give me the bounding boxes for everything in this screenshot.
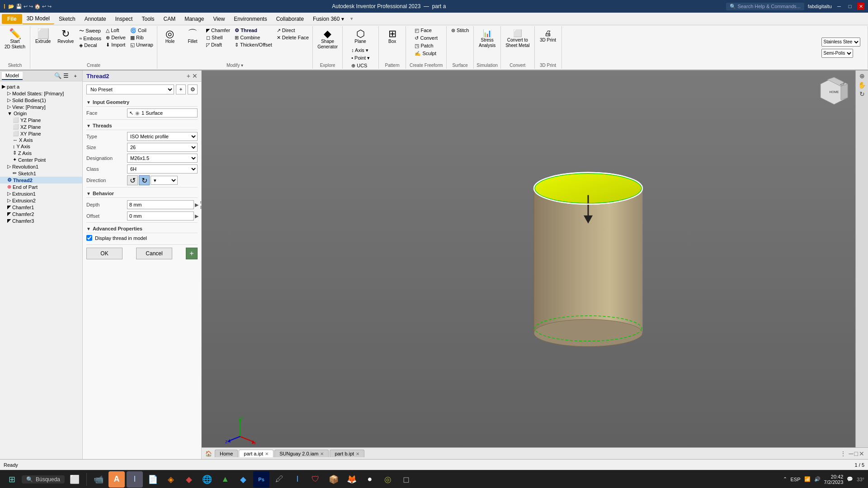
tab-home[interactable]: Home <box>215 450 238 457</box>
props-close-btn[interactable]: ✕ <box>192 72 198 80</box>
tab-part-a-close[interactable]: ✕ <box>265 451 269 456</box>
behavior-section[interactable]: ▼ Behavior <box>86 189 198 198</box>
sweep-btn[interactable]: 〜 Sweep <box>77 27 103 35</box>
direct-btn[interactable]: ↗ Direct <box>275 27 311 34</box>
taskbar-autodesk-btn[interactable]: A <box>108 471 125 488</box>
thicken-offset-btn[interactable]: ⇕ Thicken/Offset <box>233 42 274 48</box>
input-geometry-section[interactable]: ▼ Input Geometry <box>86 98 198 107</box>
taskbar-chrome-btn[interactable]: ● <box>362 471 378 488</box>
menu-extra[interactable]: ▾ <box>350 16 353 22</box>
menu-annotate[interactable]: Annotate <box>80 14 111 24</box>
box-pattern-btn[interactable]: ⊞ Box <box>382 27 403 46</box>
tree-thread2[interactable]: ⚙ Thread2 <box>0 177 82 183</box>
offset-expand-btn[interactable]: ▶ <box>195 213 198 219</box>
taskbar-antivirus-btn[interactable]: ▲ <box>217 471 233 488</box>
combine-btn[interactable]: ⊞ Combine <box>233 34 274 41</box>
orbit-icon[interactable]: ↻ <box>859 90 865 98</box>
tab-sunguay[interactable]: SUNguay 2.0.iam ✕ <box>274 450 329 457</box>
taskbar-app19-btn[interactable]: ◻ <box>398 471 414 488</box>
tab-sunguay-close[interactable]: ✕ <box>320 451 324 456</box>
tree-z-axis[interactable]: ⇕ Z Axis <box>0 150 82 156</box>
tree-chamfer3[interactable]: ◤ Chamfer3 <box>0 217 82 224</box>
tree-y-axis[interactable]: ↕ Y Axis <box>0 143 82 150</box>
taskbar-app15-btn[interactable]: 📦 <box>326 471 342 488</box>
revolve-btn[interactable]: ↻ Revolve <box>55 27 76 46</box>
tab-part-a[interactable]: part a.ipt ✕ <box>239 450 274 457</box>
tree-x-axis[interactable]: ↔ X Axis <box>0 137 82 143</box>
model-options-btn[interactable]: ☰ <box>63 72 69 79</box>
type-select[interactable]: ISO Metric profile <box>127 132 198 141</box>
hole-btn[interactable]: ◎ Hole <box>159 27 181 46</box>
tree-revolution1[interactable]: ▷ Revolution1 <box>0 163 82 170</box>
tree-yz-plane[interactable]: ⬜ YZ Plane <box>0 117 82 123</box>
tree-center-point[interactable]: ✦ Center Point <box>0 156 82 163</box>
decal-btn[interactable]: ◈ Decal <box>77 42 103 49</box>
depth-input[interactable] <box>127 200 194 209</box>
preset-select[interactable]: No Preset <box>86 84 174 94</box>
start-2d-sketch-btn[interactable]: ✏️ Start2D Sketch <box>2 27 28 52</box>
taskbar-pdf-btn[interactable]: 📄 <box>145 471 161 488</box>
taskbar-app13-btn[interactable]: I <box>289 471 306 488</box>
pan-icon[interactable]: ✋ <box>858 81 866 89</box>
model-tab-add[interactable]: + <box>71 72 80 80</box>
minimize-btn[interactable]: ─ <box>835 3 843 10</box>
props-plus-btn[interactable]: + <box>187 72 190 80</box>
3d-print-btn[interactable]: 🖨 3D Print <box>537 27 559 45</box>
emboss-btn[interactable]: ≈ Emboss <box>77 35 103 42</box>
windows-start-btn[interactable]: ⊞ <box>4 471 20 488</box>
taskbar-app18-btn[interactable]: ◎ <box>380 471 396 488</box>
fillet-btn[interactable]: ⌒ Fillet <box>182 27 203 46</box>
tab-minimize-icon[interactable]: ─ <box>849 450 854 457</box>
class-select[interactable]: 6H <box>127 164 198 174</box>
viewport[interactable]: HOME TOP <box>202 70 868 459</box>
taskbar-zoom-btn[interactable]: 📹 <box>90 471 107 488</box>
import-btn[interactable]: ⬇ Import <box>104 42 127 48</box>
preset-settings-btn[interactable]: ⚙ <box>188 84 198 94</box>
close-btn[interactable]: ✕ <box>857 3 864 10</box>
tree-chamfer1[interactable]: ◤ Chamfer1 <box>0 204 82 211</box>
convert-sheet-metal-btn[interactable]: ⬜ Convert toSheet Metal <box>503 27 532 50</box>
thread-ribbon-btn[interactable]: ⚙ Thread <box>233 27 274 34</box>
taskbar-firefox-btn[interactable]: 🦊 <box>344 471 360 488</box>
tree-chamfer2[interactable]: ◤ Chamfer2 <box>0 211 82 217</box>
taskbar-app14-btn[interactable]: 🛡 <box>307 471 324 488</box>
cancel-button[interactable]: Cancel <box>136 248 172 259</box>
extrude-btn[interactable]: ⬜ Extrude <box>32 27 54 46</box>
tree-extrusion2[interactable]: ▷ Extrusion2 <box>0 197 82 204</box>
taskbar-network-icon[interactable]: 📶 <box>804 476 811 482</box>
material-select[interactable]: Stainless Stee <box>821 38 860 47</box>
model-search-btn[interactable]: 🔍 <box>54 72 61 79</box>
menu-inspect[interactable]: Inspect <box>111 14 137 24</box>
dir-left-btn[interactable]: ↺ <box>127 175 138 185</box>
tree-end-of-part[interactable]: ⊗ End of Part <box>0 183 82 190</box>
shape-generator-btn[interactable]: ◆ ShapeGenerator <box>315 27 340 52</box>
menu-fusion360[interactable]: Fusion 360 ▾ <box>308 14 349 24</box>
tree-view-primary[interactable]: ▷ View: [Primary] <box>0 103 82 110</box>
display-thread-checkbox[interactable] <box>86 235 92 241</box>
display-mode-select[interactable]: Semi-Polis <box>821 49 853 58</box>
tree-solid-bodies[interactable]: ▷ Solid Bodies(1) <box>0 97 82 103</box>
dir-right-btn[interactable]: ↻ <box>139 175 150 185</box>
taskbar-app12-btn[interactable]: 🖊 <box>271 471 288 488</box>
menu-cam[interactable]: CAM <box>159 14 180 24</box>
stitch-btn[interactable]: ⊛ Stitch <box>449 27 471 34</box>
point-btn[interactable]: • Point ▾ <box>349 55 372 61</box>
advanced-section[interactable]: ▼ Advanced Properties <box>86 225 198 233</box>
taskbar-edge-btn[interactable]: 🌐 <box>199 471 215 488</box>
taskbar-app7-btn[interactable]: ◆ <box>181 471 197 488</box>
menu-tools[interactable]: Tools <box>137 14 159 24</box>
patch-btn[interactable]: ◳ Patch <box>413 42 435 49</box>
rib-btn[interactable]: ▦ Rib <box>128 34 155 41</box>
search-bar[interactable]: 🔍 Búsqueda <box>22 475 65 483</box>
ok-button[interactable]: OK <box>86 248 123 259</box>
shell-btn[interactable]: ◻ Shell <box>204 34 232 41</box>
taskbar-notification-btn[interactable]: 💬 <box>847 476 853 482</box>
stress-analysis-btn[interactable]: 📊 StressAnalysis <box>476 27 498 50</box>
size-select[interactable]: 26 <box>127 143 198 152</box>
taskbar-notify-icon[interactable]: ⌃ <box>783 476 787 482</box>
menu-view[interactable]: View <box>209 14 230 24</box>
maximize-btn[interactable]: □ <box>846 3 854 10</box>
tree-sketch1[interactable]: ✏ Sketch1 <box>0 170 82 177</box>
face-input[interactable]: ↖ ◉ 1 Surface <box>127 108 198 117</box>
sculpt-btn[interactable]: ✍ Sculpt <box>413 50 438 57</box>
